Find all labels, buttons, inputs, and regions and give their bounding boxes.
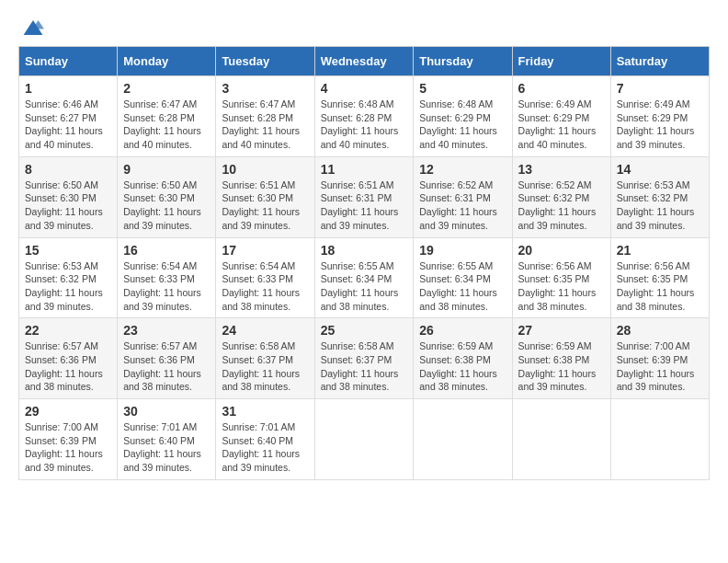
calendar-cell: 30 Sunrise: 7:01 AM Sunset: 6:40 PM Dayl…: [118, 399, 216, 480]
day-info: Sunrise: 6:50 AM Sunset: 6:30 PM Dayligh…: [25, 178, 111, 233]
calendar-cell: 18 Sunrise: 6:55 AM Sunset: 6:34 PM Dayl…: [314, 237, 414, 318]
calendar-cell: 16 Sunrise: 6:54 AM Sunset: 6:33 PM Dayl…: [118, 237, 216, 318]
day-info: Sunrise: 6:57 AM Sunset: 6:36 PM Dayligh…: [25, 339, 111, 394]
day-info: Sunrise: 6:47 AM Sunset: 6:28 PM Dayligh…: [222, 98, 308, 152]
day-number: 23: [123, 323, 210, 338]
day-number: 7: [617, 81, 703, 96]
page-header: [18, 18, 710, 37]
day-number: 30: [123, 404, 210, 419]
day-number: 12: [419, 162, 506, 177]
day-info: Sunrise: 7:00 AM Sunset: 6:39 PM Dayligh…: [617, 339, 703, 394]
calendar-cell: 21 Sunrise: 6:56 AM Sunset: 6:35 PM Dayl…: [610, 237, 709, 318]
day-info: Sunrise: 6:48 AM Sunset: 6:29 PM Dayligh…: [419, 98, 506, 152]
calendar-cell: 14 Sunrise: 6:53 AM Sunset: 6:32 PM Dayl…: [610, 156, 709, 237]
calendar-cell: 13 Sunrise: 6:52 AM Sunset: 6:32 PM Dayl…: [512, 156, 610, 237]
calendar-cell: 23 Sunrise: 6:57 AM Sunset: 6:36 PM Dayl…: [118, 318, 216, 399]
calendar-cell: 27 Sunrise: 6:59 AM Sunset: 6:38 PM Dayl…: [512, 318, 610, 399]
day-info: Sunrise: 6:53 AM Sunset: 6:32 PM Dayligh…: [617, 178, 703, 233]
day-info: Sunrise: 6:47 AM Sunset: 6:28 PM Dayligh…: [123, 98, 210, 152]
calendar-cell: 22 Sunrise: 6:57 AM Sunset: 6:36 PM Dayl…: [19, 318, 118, 399]
calendar-header-row: SundayMondayTuesdayWednesdayThursdayFrid…: [19, 47, 710, 76]
day-number: 26: [419, 323, 506, 338]
column-header-sunday: Sunday: [19, 47, 118, 76]
calendar-cell: 15 Sunrise: 6:53 AM Sunset: 6:32 PM Dayl…: [19, 237, 118, 318]
day-number: 14: [617, 162, 703, 177]
calendar-cell: 25 Sunrise: 6:58 AM Sunset: 6:37 PM Dayl…: [314, 318, 414, 399]
day-info: Sunrise: 6:57 AM Sunset: 6:36 PM Dayligh…: [123, 339, 210, 394]
calendar-cell: 7 Sunrise: 6:49 AM Sunset: 6:29 PM Dayli…: [610, 76, 709, 157]
day-info: Sunrise: 6:49 AM Sunset: 6:29 PM Dayligh…: [617, 98, 703, 152]
calendar-cell: 8 Sunrise: 6:50 AM Sunset: 6:30 PM Dayli…: [19, 156, 118, 237]
column-header-friday: Friday: [512, 47, 610, 76]
calendar-cell: 19 Sunrise: 6:55 AM Sunset: 6:34 PM Dayl…: [414, 237, 512, 318]
day-info: Sunrise: 6:52 AM Sunset: 6:32 PM Dayligh…: [518, 178, 605, 233]
calendar-cell: 4 Sunrise: 6:48 AM Sunset: 6:28 PM Dayli…: [314, 76, 414, 157]
calendar-cell: [314, 399, 414, 480]
day-number: 19: [419, 243, 506, 258]
day-number: 17: [222, 243, 308, 258]
day-number: 16: [123, 243, 210, 258]
calendar-cell: 1 Sunrise: 6:46 AM Sunset: 6:27 PM Dayli…: [19, 76, 118, 157]
calendar-cell: 20 Sunrise: 6:56 AM Sunset: 6:35 PM Dayl…: [512, 237, 610, 318]
day-number: 18: [321, 243, 408, 258]
calendar-cell: 24 Sunrise: 6:58 AM Sunset: 6:37 PM Dayl…: [216, 318, 314, 399]
day-number: 27: [518, 323, 605, 338]
day-info: Sunrise: 7:01 AM Sunset: 6:40 PM Dayligh…: [222, 420, 308, 475]
day-info: Sunrise: 6:58 AM Sunset: 6:37 PM Dayligh…: [222, 339, 308, 394]
day-number: 6: [518, 81, 605, 96]
day-info: Sunrise: 6:52 AM Sunset: 6:31 PM Dayligh…: [419, 178, 506, 233]
day-info: Sunrise: 6:54 AM Sunset: 6:33 PM Dayligh…: [123, 259, 210, 314]
day-number: 28: [617, 323, 703, 338]
calendar-cell: 26 Sunrise: 6:59 AM Sunset: 6:38 PM Dayl…: [414, 318, 512, 399]
logo-icon: [22, 18, 44, 37]
calendar-cell: 31 Sunrise: 7:01 AM Sunset: 6:40 PM Dayl…: [216, 399, 314, 480]
day-info: Sunrise: 6:55 AM Sunset: 6:34 PM Dayligh…: [419, 259, 506, 314]
day-number: 2: [123, 81, 210, 96]
column-header-monday: Monday: [118, 47, 216, 76]
calendar-week-row: 8 Sunrise: 6:50 AM Sunset: 6:30 PM Dayli…: [19, 156, 710, 237]
calendar-cell: 17 Sunrise: 6:54 AM Sunset: 6:33 PM Dayl…: [216, 237, 314, 318]
day-info: Sunrise: 6:51 AM Sunset: 6:31 PM Dayligh…: [321, 178, 408, 233]
day-info: Sunrise: 7:01 AM Sunset: 6:40 PM Dayligh…: [123, 420, 210, 475]
day-number: 4: [321, 81, 408, 96]
day-info: Sunrise: 6:48 AM Sunset: 6:28 PM Dayligh…: [321, 98, 408, 152]
day-number: 24: [222, 323, 308, 338]
day-number: 21: [617, 243, 703, 258]
day-number: 5: [419, 81, 506, 96]
day-info: Sunrise: 6:54 AM Sunset: 6:33 PM Dayligh…: [222, 259, 308, 314]
day-number: 22: [25, 323, 111, 338]
day-info: Sunrise: 6:56 AM Sunset: 6:35 PM Dayligh…: [617, 259, 703, 314]
day-info: Sunrise: 6:46 AM Sunset: 6:27 PM Dayligh…: [25, 98, 111, 152]
day-info: Sunrise: 6:56 AM Sunset: 6:35 PM Dayligh…: [518, 259, 605, 314]
day-number: 11: [321, 162, 408, 177]
calendar-cell: 12 Sunrise: 6:52 AM Sunset: 6:31 PM Dayl…: [414, 156, 512, 237]
day-info: Sunrise: 6:53 AM Sunset: 6:32 PM Dayligh…: [25, 259, 111, 314]
calendar-cell: [414, 399, 512, 480]
day-info: Sunrise: 6:49 AM Sunset: 6:29 PM Dayligh…: [518, 98, 605, 152]
logo: [18, 18, 44, 37]
day-info: Sunrise: 6:50 AM Sunset: 6:30 PM Dayligh…: [123, 178, 210, 233]
day-info: Sunrise: 6:59 AM Sunset: 6:38 PM Dayligh…: [518, 339, 605, 394]
calendar-week-row: 1 Sunrise: 6:46 AM Sunset: 6:27 PM Dayli…: [19, 76, 710, 157]
calendar-table: SundayMondayTuesdayWednesdayThursdayFrid…: [18, 46, 710, 480]
day-info: Sunrise: 7:00 AM Sunset: 6:39 PM Dayligh…: [25, 420, 111, 475]
day-number: 9: [123, 162, 210, 177]
calendar-cell: 29 Sunrise: 7:00 AM Sunset: 6:39 PM Dayl…: [19, 399, 118, 480]
calendar-cell: 11 Sunrise: 6:51 AM Sunset: 6:31 PM Dayl…: [314, 156, 414, 237]
day-info: Sunrise: 6:58 AM Sunset: 6:37 PM Dayligh…: [321, 339, 408, 394]
calendar-cell: 5 Sunrise: 6:48 AM Sunset: 6:29 PM Dayli…: [414, 76, 512, 157]
day-number: 25: [321, 323, 408, 338]
day-number: 10: [222, 162, 308, 177]
calendar-cell: 3 Sunrise: 6:47 AM Sunset: 6:28 PM Dayli…: [216, 76, 314, 157]
calendar-cell: [512, 399, 610, 480]
day-number: 8: [25, 162, 111, 177]
calendar-cell: 9 Sunrise: 6:50 AM Sunset: 6:30 PM Dayli…: [118, 156, 216, 237]
calendar-week-row: 29 Sunrise: 7:00 AM Sunset: 6:39 PM Dayl…: [19, 399, 710, 480]
calendar-cell: 6 Sunrise: 6:49 AM Sunset: 6:29 PM Dayli…: [512, 76, 610, 157]
day-number: 29: [25, 404, 111, 419]
calendar-cell: [610, 399, 709, 480]
calendar-week-row: 22 Sunrise: 6:57 AM Sunset: 6:36 PM Dayl…: [19, 318, 710, 399]
calendar-week-row: 15 Sunrise: 6:53 AM Sunset: 6:32 PM Dayl…: [19, 237, 710, 318]
day-number: 3: [222, 81, 308, 96]
calendar-cell: 28 Sunrise: 7:00 AM Sunset: 6:39 PM Dayl…: [610, 318, 709, 399]
